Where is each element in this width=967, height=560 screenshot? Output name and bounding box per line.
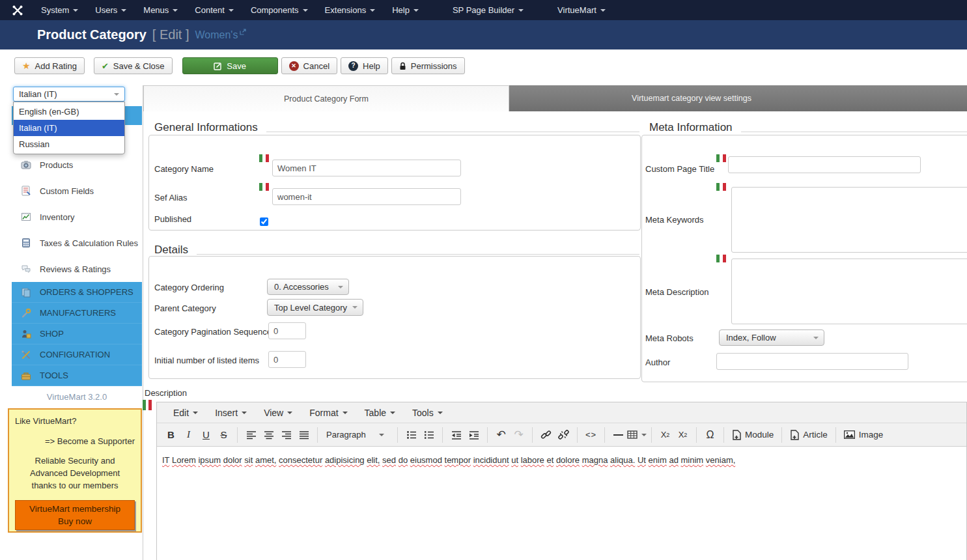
nav-menus[interactable]: Menus [135,0,186,20]
editor-menu-table[interactable]: Table [356,408,404,418]
meta-heading-row: Meta Information [649,121,967,134]
category-name-input[interactable] [272,160,461,176]
description-editor: Edit Insert View Format Table Tools B I … [156,402,967,560]
align-center-icon[interactable] [260,427,277,443]
document-icon [21,186,31,196]
language-option-russian[interactable]: Russian [14,136,124,152]
language-select[interactable]: Italian (IT) [13,87,125,102]
subscript-icon[interactable]: X2 [656,427,674,443]
external-link-icon[interactable] [240,26,246,38]
sidebar-item-products[interactable]: Products [12,152,142,178]
meta-description-textarea[interactable] [731,259,967,324]
tab-product-category-form[interactable]: Product Category Form [143,85,509,111]
custom-page-title-input[interactable] [728,156,921,173]
bold-button[interactable]: B [162,427,180,443]
paragraph-format-select[interactable]: Paragraph [322,430,393,440]
parent-category-select[interactable]: Top Level Category [267,299,363,316]
author-input[interactable] [716,353,908,370]
language-option-italian[interactable]: Italian (IT) [14,120,124,136]
nav-users[interactable]: Users [87,0,135,20]
chevron-down-icon [518,9,524,12]
editor-menu-insert[interactable]: Insert [206,408,255,418]
numbered-list-icon[interactable] [420,427,438,443]
justify-icon[interactable] [295,427,313,443]
link-icon[interactable] [537,427,555,443]
strikethrough-button[interactable]: S [215,427,232,443]
published-checkbox[interactable] [260,217,268,226]
editor-menu-format[interactable]: Format [301,408,356,418]
joomla-logo-icon[interactable] [12,5,23,16]
nav-sp-page-builder[interactable]: SP Page Builder [444,0,532,20]
promo-heading: Like VirtueMart? [15,416,135,426]
toolbar-separator [604,427,605,443]
nav-components[interactable]: Components [242,0,316,20]
nav-components-label: Components [251,5,299,15]
chevron-down-icon [352,306,357,309]
meta-keywords-textarea[interactable] [731,187,967,253]
sidebar-item-configuration[interactable]: CONFIGURATION [12,344,142,365]
nav-content[interactable]: Content [186,0,242,20]
tab-category-view-settings[interactable]: Virtuemart category view settings [509,85,874,111]
insert-module-button[interactable]: Module [729,427,777,443]
chevron-down-icon [413,9,419,12]
insert-image-button[interactable]: Image [841,427,887,443]
add-rating-button[interactable]: ★ Add Rating [14,57,85,74]
indent-icon[interactable] [465,427,483,443]
editor-menu-tools[interactable]: Tools [404,408,451,418]
permissions-button[interactable]: Permissions [391,57,465,74]
virtuemart-version-link[interactable]: VirtueMart 3.2.0 [12,392,142,402]
unlink-icon[interactable] [555,427,572,443]
sidebar-item-taxes[interactable]: Taxes & Calculation Rules [12,230,142,256]
language-option-english[interactable]: English (en-GB) [14,104,124,120]
special-character-icon[interactable]: Ω [701,427,719,443]
redo-icon[interactable]: ↷ [510,427,527,443]
sidebar-item-shop[interactable]: SHOP [12,324,142,344]
editor-content[interactable]: IT Lorem ipsum dolor sit amet, consectet… [157,447,966,474]
category-ordering-select[interactable]: 0. Accessories [267,279,349,295]
nav-system[interactable]: System [33,0,87,20]
horizontal-rule-icon[interactable] [610,427,627,443]
action-toolbar: ★ Add Rating ✔ Save & Close Save ✕ Cance… [0,49,967,85]
align-left-icon[interactable] [242,427,260,443]
save-button[interactable]: Save [182,57,278,74]
toolbar-separator [835,427,836,443]
nav-extensions[interactable]: Extensions [316,0,384,20]
tab-overflow-stub[interactable] [874,85,967,111]
align-right-icon[interactable] [277,427,295,443]
item-name-link[interactable]: Women's [195,29,238,41]
sidebar-item-custom-fields[interactable]: Custom Fields [12,178,142,204]
sidebar-item-inventory[interactable]: Inventory [12,204,142,230]
save-and-close-button[interactable]: ✔ Save & Close [94,57,173,74]
promo-supporter-link[interactable]: => Become a Supporter [15,436,135,446]
sidebar-item-orders-shoppers[interactable]: ORDERS & SHOPPERS [12,282,142,303]
italic-button[interactable]: I [180,427,197,443]
bullet-list-icon[interactable] [402,427,420,443]
sidebar-item-reviews[interactable]: Reviews & Ratings [12,256,142,282]
cancel-x-icon: ✕ [289,61,299,71]
meta-robots-select[interactable]: Index, Follow [719,329,824,346]
source-code-icon[interactable]: <> [582,427,600,443]
outdent-icon[interactable] [447,427,465,443]
underline-button[interactable]: U [197,427,215,443]
editor-menu-view[interactable]: View [255,408,301,418]
italian-flag-icon [716,183,726,191]
editor-menu-edit[interactable]: Edit [165,408,206,418]
sef-alias-input[interactable] [272,188,461,205]
nav-help[interactable]: Help [384,0,427,20]
category-name-label: Category Name [154,164,214,174]
membership-buy-now-button[interactable]: VirtueMart membership Buy now [15,500,135,530]
sidebar-item-label: Reviews & Ratings [40,264,111,274]
pagination-sequence-input[interactable] [268,322,306,339]
nav-virtuemart[interactable]: VirtueMart [549,0,614,20]
help-button[interactable]: ? Help [341,57,388,74]
initial-items-input[interactable] [268,351,306,368]
superscript-icon[interactable]: X2 [674,427,692,443]
sidebar-item-manufacturers[interactable]: MANUFACTURERS [12,303,142,324]
chevron-down-icon [114,93,119,96]
cancel-button[interactable]: ✕ Cancel [281,57,337,74]
table-button[interactable] [627,427,647,443]
insert-article-button[interactable]: Article [787,427,831,443]
edit-indicator: [ Edit ] [152,27,189,42]
sidebar-item-tools[interactable]: TOOLS [12,365,142,386]
undo-icon[interactable]: ↶ [492,427,510,443]
